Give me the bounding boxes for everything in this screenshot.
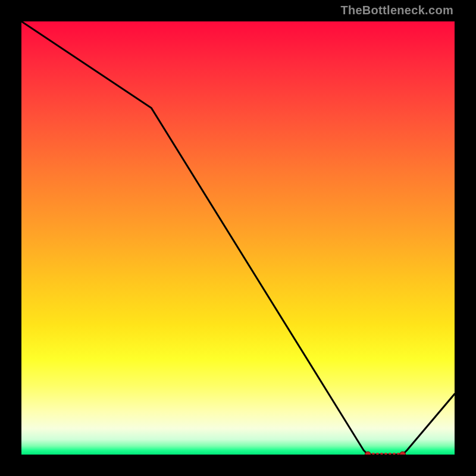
plot-area (21, 21, 455, 455)
attribution-text: TheBottleneck.com (340, 4, 453, 17)
chart-series (21, 21, 455, 455)
series-line (21, 21, 455, 455)
chart-frame: TheBottleneck.com (0, 0, 476, 476)
line-chart-svg (21, 21, 455, 455)
